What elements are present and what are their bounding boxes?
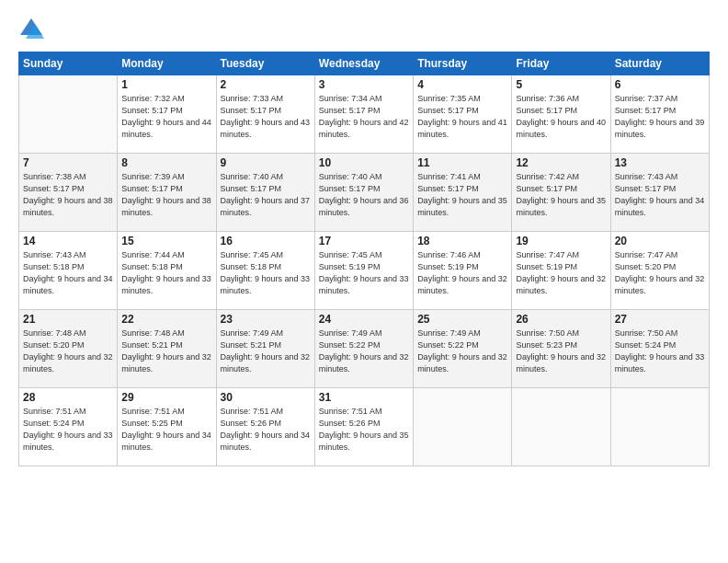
calendar-cell: 31Sunrise: 7:51 AMSunset: 5:26 PMDayligh… bbox=[314, 388, 413, 466]
calendar-cell: 29Sunrise: 7:51 AMSunset: 5:25 PMDayligh… bbox=[118, 388, 216, 466]
day-info: Sunrise: 7:49 AMSunset: 5:21 PMDaylight:… bbox=[221, 327, 311, 375]
day-number: 15 bbox=[121, 235, 211, 247]
day-info: Sunrise: 7:51 AMSunset: 5:26 PMDaylight:… bbox=[221, 406, 311, 454]
day-info: Sunrise: 7:33 AMSunset: 5:17 PMDaylight:… bbox=[221, 93, 311, 141]
day-info: Sunrise: 7:37 AMSunset: 5:17 PMDaylight:… bbox=[615, 93, 705, 141]
day-info: Sunrise: 7:47 AMSunset: 5:20 PMDaylight:… bbox=[615, 249, 705, 297]
day-info: Sunrise: 7:40 AMSunset: 5:17 PMDaylight:… bbox=[221, 171, 311, 219]
calendar-cell: 20Sunrise: 7:47 AMSunset: 5:20 PMDayligh… bbox=[610, 232, 709, 310]
day-info: Sunrise: 7:46 AMSunset: 5:19 PMDaylight:… bbox=[417, 249, 507, 297]
day-header-wednesday: Wednesday bbox=[314, 52, 413, 75]
calendar-cell bbox=[19, 75, 118, 154]
calendar-cell: 8Sunrise: 7:39 AMSunset: 5:17 PMDaylight… bbox=[118, 154, 216, 232]
day-number: 16 bbox=[221, 235, 311, 247]
day-info: Sunrise: 7:34 AMSunset: 5:17 PMDaylight:… bbox=[319, 93, 409, 141]
calendar-cell bbox=[610, 388, 709, 466]
calendar-cell: 11Sunrise: 7:41 AMSunset: 5:17 PMDayligh… bbox=[414, 154, 512, 232]
calendar-cell: 12Sunrise: 7:42 AMSunset: 5:17 PMDayligh… bbox=[512, 154, 610, 232]
calendar-cell: 17Sunrise: 7:45 AMSunset: 5:19 PMDayligh… bbox=[314, 232, 413, 310]
calendar-cell: 5Sunrise: 7:36 AMSunset: 5:17 PMDaylight… bbox=[512, 75, 610, 154]
day-number: 3 bbox=[319, 78, 409, 91]
calendar-cell: 15Sunrise: 7:44 AMSunset: 5:18 PMDayligh… bbox=[118, 232, 216, 310]
day-number: 8 bbox=[121, 156, 211, 169]
calendar-week-row: 21Sunrise: 7:48 AMSunset: 5:20 PMDayligh… bbox=[19, 310, 710, 388]
day-info: Sunrise: 7:44 AMSunset: 5:18 PMDaylight:… bbox=[121, 249, 211, 297]
day-number: 29 bbox=[121, 391, 211, 404]
day-header-friday: Friday bbox=[512, 52, 610, 75]
day-info: Sunrise: 7:51 AMSunset: 5:26 PMDaylight:… bbox=[319, 406, 409, 454]
day-info: Sunrise: 7:41 AMSunset: 5:17 PMDaylight:… bbox=[417, 171, 507, 219]
day-number: 12 bbox=[516, 156, 606, 169]
day-info: Sunrise: 7:45 AMSunset: 5:19 PMDaylight:… bbox=[319, 249, 409, 297]
day-info: Sunrise: 7:50 AMSunset: 5:23 PMDaylight:… bbox=[516, 327, 606, 375]
day-number: 5 bbox=[516, 78, 606, 91]
calendar-cell bbox=[414, 388, 512, 466]
day-info: Sunrise: 7:43 AMSunset: 5:18 PMDaylight:… bbox=[23, 249, 113, 297]
day-number: 19 bbox=[516, 235, 606, 247]
calendar-cell: 10Sunrise: 7:40 AMSunset: 5:17 PMDayligh… bbox=[314, 154, 413, 232]
day-number: 2 bbox=[221, 78, 311, 91]
day-number: 22 bbox=[121, 313, 211, 326]
calendar-cell: 21Sunrise: 7:48 AMSunset: 5:20 PMDayligh… bbox=[19, 310, 118, 388]
day-info: Sunrise: 7:50 AMSunset: 5:24 PMDaylight:… bbox=[615, 327, 705, 375]
page: SundayMondayTuesdayWednesdayThursdayFrid… bbox=[0, 0, 728, 563]
day-info: Sunrise: 7:43 AMSunset: 5:17 PMDaylight:… bbox=[615, 171, 705, 219]
calendar-cell: 3Sunrise: 7:34 AMSunset: 5:17 PMDaylight… bbox=[314, 75, 413, 154]
day-number: 23 bbox=[221, 313, 311, 326]
calendar-week-row: 28Sunrise: 7:51 AMSunset: 5:24 PMDayligh… bbox=[19, 388, 710, 466]
calendar-cell: 26Sunrise: 7:50 AMSunset: 5:23 PMDayligh… bbox=[512, 310, 610, 388]
calendar-cell: 9Sunrise: 7:40 AMSunset: 5:17 PMDaylight… bbox=[216, 154, 314, 232]
day-number: 25 bbox=[417, 313, 507, 326]
calendar-cell: 4Sunrise: 7:35 AMSunset: 5:17 PMDaylight… bbox=[414, 75, 512, 154]
day-number: 20 bbox=[615, 235, 705, 247]
calendar-header-row: SundayMondayTuesdayWednesdayThursdayFrid… bbox=[19, 52, 710, 75]
day-number: 26 bbox=[516, 313, 606, 326]
calendar-cell: 7Sunrise: 7:38 AMSunset: 5:17 PMDaylight… bbox=[19, 154, 118, 232]
day-number: 28 bbox=[23, 391, 113, 404]
calendar-cell: 28Sunrise: 7:51 AMSunset: 5:24 PMDayligh… bbox=[19, 388, 118, 466]
calendar-week-row: 1Sunrise: 7:32 AMSunset: 5:17 PMDaylight… bbox=[19, 75, 710, 154]
day-number: 11 bbox=[417, 156, 507, 169]
calendar-cell: 18Sunrise: 7:46 AMSunset: 5:19 PMDayligh… bbox=[414, 232, 512, 310]
day-number: 14 bbox=[23, 235, 113, 247]
day-number: 10 bbox=[319, 156, 409, 169]
day-info: Sunrise: 7:45 AMSunset: 5:18 PMDaylight:… bbox=[221, 249, 311, 297]
day-number: 18 bbox=[417, 235, 507, 247]
day-number: 31 bbox=[319, 391, 409, 404]
logo bbox=[18, 17, 48, 42]
day-number: 7 bbox=[23, 156, 113, 169]
day-header-tuesday: Tuesday bbox=[216, 52, 314, 75]
day-info: Sunrise: 7:51 AMSunset: 5:25 PMDaylight:… bbox=[121, 406, 211, 454]
calendar-week-row: 14Sunrise: 7:43 AMSunset: 5:18 PMDayligh… bbox=[19, 232, 710, 310]
calendar-cell: 1Sunrise: 7:32 AMSunset: 5:17 PMDaylight… bbox=[118, 75, 216, 154]
day-info: Sunrise: 7:47 AMSunset: 5:19 PMDaylight:… bbox=[516, 249, 606, 297]
day-info: Sunrise: 7:35 AMSunset: 5:17 PMDaylight:… bbox=[417, 93, 507, 141]
day-info: Sunrise: 7:49 AMSunset: 5:22 PMDaylight:… bbox=[319, 327, 409, 375]
day-header-thursday: Thursday bbox=[414, 52, 512, 75]
day-number: 21 bbox=[23, 313, 113, 326]
day-info: Sunrise: 7:38 AMSunset: 5:17 PMDaylight:… bbox=[23, 171, 113, 219]
day-info: Sunrise: 7:32 AMSunset: 5:17 PMDaylight:… bbox=[121, 93, 211, 141]
calendar-cell: 30Sunrise: 7:51 AMSunset: 5:26 PMDayligh… bbox=[216, 388, 314, 466]
calendar-table: SundayMondayTuesdayWednesdayThursdayFrid… bbox=[18, 52, 710, 466]
day-number: 13 bbox=[615, 156, 705, 169]
day-number: 6 bbox=[615, 78, 705, 91]
day-header-saturday: Saturday bbox=[610, 52, 709, 75]
day-info: Sunrise: 7:48 AMSunset: 5:21 PMDaylight:… bbox=[121, 327, 211, 375]
calendar-cell: 16Sunrise: 7:45 AMSunset: 5:18 PMDayligh… bbox=[216, 232, 314, 310]
day-number: 24 bbox=[319, 313, 409, 326]
day-header-monday: Monday bbox=[118, 52, 216, 75]
logo-icon bbox=[18, 17, 44, 42]
day-number: 1 bbox=[121, 78, 211, 91]
day-info: Sunrise: 7:49 AMSunset: 5:22 PMDaylight:… bbox=[417, 327, 507, 375]
calendar-cell: 6Sunrise: 7:37 AMSunset: 5:17 PMDaylight… bbox=[610, 75, 709, 154]
header bbox=[18, 17, 710, 42]
day-header-sunday: Sunday bbox=[19, 52, 118, 75]
day-number: 4 bbox=[417, 78, 507, 91]
day-number: 17 bbox=[319, 235, 409, 247]
day-info: Sunrise: 7:39 AMSunset: 5:17 PMDaylight:… bbox=[121, 171, 211, 219]
calendar-cell: 23Sunrise: 7:49 AMSunset: 5:21 PMDayligh… bbox=[216, 310, 314, 388]
day-number: 27 bbox=[615, 313, 705, 326]
calendar-cell: 19Sunrise: 7:47 AMSunset: 5:19 PMDayligh… bbox=[512, 232, 610, 310]
day-number: 9 bbox=[221, 156, 311, 169]
